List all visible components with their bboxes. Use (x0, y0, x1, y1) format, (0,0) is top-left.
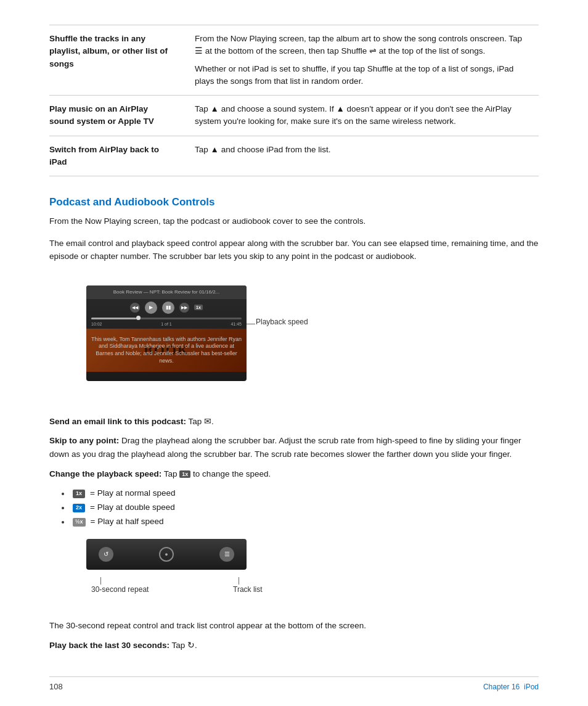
elapsed-time: 10:02 (91, 322, 102, 326)
podcast-screenshot: Book Review — NPT: Book Review for 01/16… (86, 285, 247, 381)
speed-line (247, 324, 255, 324)
send-email-label: Send an email link to this podcast: (49, 417, 186, 426)
play-btn: ▶ (145, 302, 157, 314)
skip-desc: Drag the playhead along the scrubber bar… (49, 436, 521, 459)
table-desc-airplay: Tap ▲ and choose a sound system. If ▲ do… (185, 96, 539, 136)
section-title: Podcast and Audiobook Controls (49, 196, 539, 208)
tracklist-line (239, 577, 239, 585)
bullet-text-half: = Play at half speed (91, 515, 164, 529)
next-btn: ▶▶ (179, 303, 189, 313)
table-label-switch: Switch from AirPlay back to iPad (49, 136, 185, 176)
screenshot-topbar: Book Review — NPT: Book Review for 01/16… (86, 285, 247, 299)
page: Shuffle the tracks in any playlist, albu… (0, 0, 588, 706)
podcast-diagram: Email Playhead Playback speed Book Revie… (49, 285, 539, 409)
controls-diagram: ↺ ● ☰ 30-second repeat Track list (49, 539, 539, 613)
tracklist-label: Track list (233, 585, 263, 595)
speed-indicator: 1x (194, 305, 203, 310)
progress-fill (91, 318, 136, 319)
remaining-time: 41:45 (231, 322, 242, 326)
page-footer: 108 Chapter 16 iPod (49, 676, 539, 691)
episode-number: 1 of 1 (161, 322, 172, 326)
bottom-desc: The 30-second repeat control and track l… (49, 619, 539, 633)
speed-bullets: 1x = Play at normal speed 2x = Play at d… (62, 486, 539, 529)
playhead-indicator (136, 316, 141, 320)
table-row-shuffle: Shuffle the tracks in any playlist, albu… (49, 25, 539, 96)
chapter-text: Chapter 16 (483, 683, 520, 691)
book-cover: This week, Tom Tannenhaus talks with aut… (86, 329, 247, 372)
table-label-shuffle: Shuffle the tracks in any playlist, albu… (49, 25, 185, 96)
chapter-label: Chapter 16 iPod (483, 683, 539, 691)
table-row-airplay: Play music on an AirPlay sound system or… (49, 96, 539, 136)
table-row-switch-airplay: Switch from AirPlay back to iPad Tap ▲ a… (49, 136, 539, 176)
bullet-dot-3 (62, 521, 64, 523)
pause-btn: ▮▮ (162, 302, 174, 314)
repeat-line (100, 577, 101, 585)
repeat-btn: ↺ (99, 547, 113, 562)
skip-para: Skip to any point: Drag the playhead alo… (49, 434, 539, 461)
prev-btn: ◀◀ (130, 303, 140, 313)
change-speed-para: Change the playback speed: Tap 1x to cha… (49, 467, 539, 481)
speed-badge-inline: 1x (179, 470, 190, 478)
bullet-normal-speed: 1x = Play at normal speed (62, 486, 539, 501)
table-label-airplay: Play music on an AirPlay sound system or… (49, 96, 185, 136)
bullet-double-speed: 2x = Play at double speed (62, 501, 539, 515)
speed-badge-2x: 2x (73, 504, 85, 512)
playback-para: Play back the last 30 seconds: Tap ↻. (49, 639, 539, 652)
table-desc-switch: Tap ▲ and choose iPad from the list. (185, 136, 539, 176)
playback-speed-label: Playback speed (256, 318, 308, 326)
page-number: 108 (49, 682, 63, 691)
info-table: Shuffle the tracks in any playlist, albu… (49, 25, 539, 176)
time-row: 10:02 1 of 1 41:45 (86, 321, 247, 327)
bullet-text-1x: = Play at normal speed (90, 486, 175, 501)
section-intro1: From the Now Playing screen, tap the pod… (49, 215, 539, 228)
center-btn: ● (159, 547, 174, 562)
book-description: This week, Tom Tannenhaus talks with aut… (86, 336, 247, 365)
tracklist-btn: ☰ (219, 547, 234, 562)
playback-label: Play back the last 30 seconds: (49, 641, 169, 650)
progress-track (91, 318, 242, 319)
speed-badge-1x: 1x (73, 490, 85, 498)
section-intro2: The email control and playback speed con… (49, 237, 539, 263)
bullet-text-2x: = Play at double speed (90, 501, 175, 515)
bullet-dot-1 (62, 493, 64, 495)
progress-area (86, 316, 247, 321)
table-desc-shuffle: From the Now Playing screen, tap the alb… (185, 25, 539, 96)
change-speed-label: Change the playback speed: (49, 469, 161, 478)
bullet-half-speed: ½x = Play at half speed (62, 515, 539, 529)
bullet-dot-2 (62, 507, 64, 509)
send-email-para: Send an email link to this podcast: Tap … (49, 415, 539, 429)
screenshot-controls: ◀◀ ▶ ▮▮ ▶▶ 1x (86, 299, 247, 316)
speed-badge-half: ½x (73, 518, 86, 527)
repeat-label: 30-second repeat (91, 585, 149, 595)
controls-bar: ↺ ● ☰ (86, 539, 247, 570)
center-area: ● (113, 547, 219, 562)
skip-label: Skip to any point: (49, 436, 119, 445)
chapter-link[interactable]: iPod (524, 683, 539, 691)
